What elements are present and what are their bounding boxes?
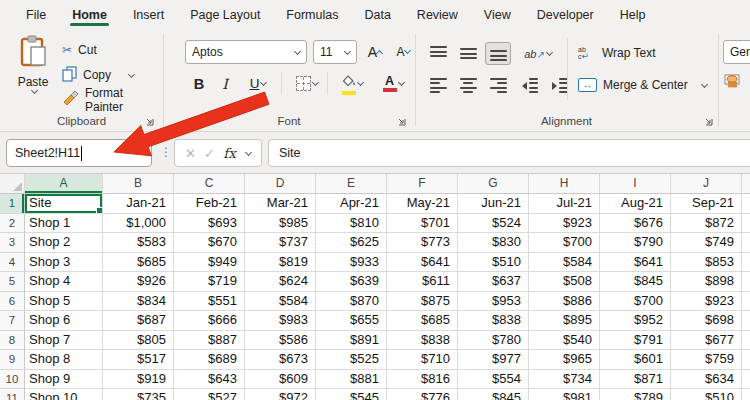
cell-A2[interactable]: Shop 1 [25, 214, 103, 234]
column-header-G[interactable]: G [458, 174, 529, 194]
cell-A10[interactable]: Shop 9 [25, 370, 103, 390]
cell-G7[interactable]: $838 [458, 311, 529, 331]
column-header-C[interactable]: C [174, 174, 245, 194]
cell-F6[interactable]: $875 [387, 292, 458, 312]
accounting-format-icon[interactable] [724, 74, 740, 92]
cell-I8[interactable]: $791 [600, 331, 671, 351]
tab-help[interactable]: Help [608, 3, 658, 26]
row-header-2[interactable]: 2 [0, 214, 25, 234]
wrap-text-button[interactable]: ab c↵ Wrap Text [578, 42, 656, 64]
cell-J10[interactable]: $634 [671, 370, 742, 390]
cell-I2[interactable]: $676 [600, 214, 671, 234]
tab-developer[interactable]: Developer [525, 3, 606, 26]
borders-chevron[interactable] [312, 79, 319, 86]
tab-file[interactable]: File [14, 3, 58, 26]
name-box-input[interactable]: Sheet2!H11 [6, 139, 152, 167]
cell-E10[interactable]: $881 [316, 370, 387, 390]
top-align-button[interactable] [425, 42, 451, 65]
cell-A7[interactable]: Shop 6 [25, 311, 103, 331]
cell-I7[interactable]: $952 [600, 311, 671, 331]
orientation-button[interactable]: ab↗ [517, 42, 559, 65]
tab-review[interactable]: Review [405, 3, 470, 26]
cell-F9[interactable]: $710 [387, 350, 458, 370]
bottom-align-button[interactable] [485, 42, 511, 65]
row-header-8[interactable]: 8 [0, 331, 25, 351]
cell-G9[interactable]: $977 [458, 350, 529, 370]
cell-C8[interactable]: $887 [174, 331, 245, 351]
fill-color-chevron[interactable] [356, 79, 363, 86]
cell-J7[interactable]: $698 [671, 311, 742, 331]
cell-I3[interactable]: $790 [600, 233, 671, 253]
cell-E8[interactable]: $891 [316, 331, 387, 351]
cell-F7[interactable]: $685 [387, 311, 458, 331]
cell-B1[interactable]: Jan-21 [103, 194, 174, 214]
cell-G11[interactable]: $845 [458, 389, 529, 400]
cell-A4[interactable]: Shop 3 [25, 253, 103, 273]
cell-J11[interactable]: $510 [671, 389, 742, 400]
cell-C4[interactable]: $949 [174, 253, 245, 273]
cell-A6[interactable]: Shop 5 [25, 292, 103, 312]
cell-J6[interactable]: $923 [671, 292, 742, 312]
cell-C9[interactable]: $689 [174, 350, 245, 370]
cell-B5[interactable]: $926 [103, 272, 174, 292]
column-header-I[interactable]: I [600, 174, 671, 194]
underline-button[interactable]: U [241, 72, 275, 95]
align-left-button[interactable] [425, 74, 451, 97]
merge-center-button[interactable]: ↔ Merge & Center [578, 74, 707, 96]
decrease-font-size-button[interactable]: A [391, 40, 415, 63]
cell-D8[interactable]: $586 [245, 331, 316, 351]
cell-I10[interactable]: $871 [600, 370, 671, 390]
row-header-4[interactable]: 4 [0, 253, 25, 273]
cell-G10[interactable]: $554 [458, 370, 529, 390]
cell-F1[interactable]: May-21 [387, 194, 458, 214]
font-color-chevron[interactable] [397, 79, 404, 86]
underline-chevron[interactable] [260, 79, 267, 86]
cell-J4[interactable]: $853 [671, 253, 742, 273]
cell-G5[interactable]: $637 [458, 272, 529, 292]
cell-F8[interactable]: $838 [387, 331, 458, 351]
cell-B8[interactable]: $805 [103, 331, 174, 351]
cell-C5[interactable]: $719 [174, 272, 245, 292]
cell-D3[interactable]: $737 [245, 233, 316, 253]
tab-insert[interactable]: Insert [121, 3, 176, 26]
cell-E1[interactable]: Apr-21 [316, 194, 387, 214]
format-painter-button[interactable]: Format Painter [62, 89, 163, 111]
cell-E9[interactable]: $525 [316, 350, 387, 370]
cell-D6[interactable]: $584 [245, 292, 316, 312]
paste-dropdown-chevron[interactable] [30, 87, 37, 94]
cut-button[interactable]: ✂ Cut [62, 39, 97, 61]
cell-J2[interactable]: $872 [671, 214, 742, 234]
row-header-5[interactable]: 5 [0, 272, 25, 292]
column-header-H[interactable]: H [529, 174, 600, 194]
cell-B11[interactable]: $735 [103, 389, 174, 400]
cell-I1[interactable]: Aug-21 [600, 194, 671, 214]
orientation-chevron[interactable] [546, 49, 553, 56]
borders-button[interactable] [289, 72, 325, 95]
cell-B2[interactable]: $1,000 [103, 214, 174, 234]
font-size-chevron[interactable] [344, 47, 351, 54]
cell-E7[interactable]: $655 [316, 311, 387, 331]
tab-home[interactable]: Home [60, 3, 119, 26]
cell-G8[interactable]: $780 [458, 331, 529, 351]
align-right-button[interactable] [485, 74, 511, 97]
copy-button[interactable]: Copy [62, 64, 134, 86]
cell-A5[interactable]: Shop 4 [25, 272, 103, 292]
font-name-chevron[interactable] [294, 47, 301, 54]
cell-H3[interactable]: $700 [529, 233, 600, 253]
cell-J8[interactable]: $677 [671, 331, 742, 351]
tab-view[interactable]: View [472, 3, 523, 26]
number-format-combobox[interactable]: Gen [723, 40, 750, 64]
enter-icon[interactable]: ✓ [204, 146, 215, 161]
cell-I9[interactable]: $601 [600, 350, 671, 370]
cell-J1[interactable]: Sep-21 [671, 194, 742, 214]
clipboard-dialog-launcher-icon[interactable] [145, 117, 155, 127]
formula-input[interactable]: Site [268, 139, 750, 167]
cell-I4[interactable]: $641 [600, 253, 671, 273]
cell-D9[interactable]: $673 [245, 350, 316, 370]
cell-H4[interactable]: $584 [529, 253, 600, 273]
cell-E2[interactable]: $810 [316, 214, 387, 234]
cancel-icon[interactable]: ✕ [185, 146, 196, 161]
cell-A11[interactable]: Shop 10 [25, 389, 103, 400]
cell-H1[interactable]: Jul-21 [529, 194, 600, 214]
row-header-7[interactable]: 7 [0, 311, 25, 331]
